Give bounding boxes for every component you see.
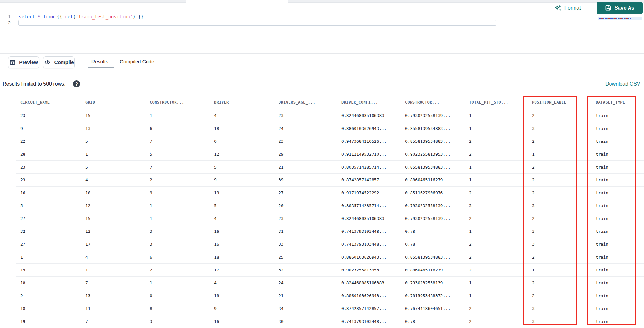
table-cell: train (592, 280, 644, 285)
column-header[interactable]: DRIVER (210, 100, 274, 105)
line-number: 2 (0, 20, 11, 25)
table-cell: 23 (274, 216, 337, 221)
table-cell: 2 (528, 178, 592, 182)
table-cell: 0.7813953488372... (401, 293, 465, 298)
active-tab-underline (88, 67, 114, 68)
table-cell: 4 (210, 216, 274, 221)
table-cell: 31 (274, 229, 337, 234)
table-cell: 0.78 (401, 319, 465, 324)
table-cell: 1 (146, 280, 210, 285)
column-header[interactable]: POSITION_LABEL (528, 100, 592, 105)
column-header[interactable]: DATASET_TYPE (592, 100, 644, 105)
table-cell: 2 (465, 268, 528, 272)
compile-button[interactable]: Compile (43, 56, 75, 68)
table-cell: 0.9171974522292... (337, 190, 401, 195)
table-cell: 2 (528, 216, 592, 221)
column-header[interactable]: GRID (81, 100, 146, 105)
code-token (35, 14, 38, 19)
table-cell: 21 (274, 293, 337, 298)
download-csv-link[interactable]: Download CSV (605, 81, 640, 87)
table-row: 271514230.8244680851063830.7930232558139… (16, 212, 644, 225)
floppy-disk-icon (605, 5, 611, 11)
table-cell: 11 (81, 306, 146, 311)
table-cell: 0.7413793103448... (337, 229, 401, 234)
table-cell: 1 (465, 178, 528, 182)
table-cell: 23 (16, 178, 81, 182)
table-cell: 2 (528, 113, 592, 118)
table-cell: 5 (81, 139, 146, 144)
column-header[interactable]: DRIVERS_AGE_... (274, 100, 337, 105)
table-cell: 5 (81, 165, 146, 169)
column-header[interactable]: CONSTRUCTOR... (146, 100, 210, 105)
code-token: 'train_test_position' (76, 14, 133, 19)
table-cell: 30 (274, 319, 337, 324)
table-cell: 5 (146, 152, 210, 157)
table-cell: 1 (465, 229, 528, 234)
table-cell: 0.8558139534883... (401, 139, 465, 144)
table-cell: train (592, 319, 644, 324)
table-cell: train (592, 126, 644, 131)
table-cell: 20 (274, 203, 337, 208)
column-header[interactable]: CIRCUIT_NAME (16, 100, 81, 105)
active-line-highlight[interactable] (18, 20, 496, 26)
active-file-tab[interactable] (186, 0, 288, 3)
editor-line[interactable]: 1select * from {{ ref('train_test_positi… (0, 14, 644, 20)
table-cell: 18 (16, 306, 81, 311)
table-cell: 16 (210, 229, 274, 234)
table-cell: 15 (81, 113, 146, 118)
code-token: ) (133, 14, 135, 19)
table-cell: 9 (210, 178, 274, 182)
tab-compiled-code[interactable]: Compiled Code (120, 53, 154, 70)
table-cell: 0.9473684210526... (337, 139, 401, 144)
table-cell: 0.78 (401, 242, 465, 247)
table-cell: 13 (81, 126, 146, 131)
table-cell: 18 (210, 293, 274, 298)
code-line[interactable]: select * from {{ ref('train_test_positio… (19, 14, 144, 19)
table-cell: train (592, 229, 644, 234)
code-token: ref (65, 14, 73, 19)
table-cell: 19 (16, 319, 81, 324)
divider (0, 70, 644, 70)
table-cell: 0.8742857142857... (337, 306, 401, 311)
table-cell: 0.8558139534883... (401, 126, 465, 131)
save-as-button[interactable]: Save As (597, 2, 643, 14)
table-row: 22570230.9473684210526...0.8558139534883… (16, 135, 644, 148)
table-cell: 13 (81, 293, 146, 298)
table-cell: 2 (528, 255, 592, 260)
table-cell: 0.824468085106383 (337, 280, 401, 285)
table-cell: 4 (210, 113, 274, 118)
table-cell: train (592, 293, 644, 298)
table-cell: 24 (274, 126, 337, 131)
table-cell: 3 (528, 306, 592, 311)
table-cell: 18 (210, 255, 274, 260)
help-icon[interactable]: ? (73, 80, 80, 87)
table-cell: 1 (465, 165, 528, 169)
format-button[interactable]: Format (554, 3, 581, 13)
preview-button[interactable]: Preview (8, 56, 39, 68)
code-token: from (43, 14, 54, 19)
table-cell: 34 (274, 306, 337, 311)
table-cell: 32 (16, 229, 81, 234)
table-cell: 15 (81, 216, 146, 221)
table-cell: 2 (528, 190, 592, 195)
table-header-row: CIRCUIT_NAMEGRIDCONSTRUCTOR...DRIVERDRIV… (16, 95, 644, 109)
table-cell: 0.7930232558139... (401, 216, 465, 221)
table-cell: 3 (146, 229, 210, 234)
table-cell: 23 (274, 139, 337, 144)
table-cell: 0.7930232558139... (401, 113, 465, 118)
table-row: 913618240.8860103626943...0.855813953488… (16, 122, 644, 135)
table-cell: 12 (210, 152, 274, 157)
table-cell: train (592, 139, 644, 144)
column-header[interactable]: CONSTRUCTOR... (401, 100, 465, 105)
table-cell: train (592, 216, 644, 221)
preview-label: Preview (19, 59, 38, 65)
table-cell: 19 (16, 268, 81, 272)
table-cell: 0.8860103626943... (337, 126, 401, 131)
tab-compiled-code-label: Compiled Code (120, 59, 154, 65)
column-header[interactable]: DRIVER_CONFI... (337, 100, 401, 105)
tab-results-label: Results (91, 59, 108, 65)
column-header[interactable]: TOTAL_PIT_STO... (465, 100, 528, 105)
table-cell: 3 (528, 203, 592, 208)
table-cell: train (592, 190, 644, 195)
results-table: CIRCUIT_NAMEGRIDCONSTRUCTOR...DRIVERDRIV… (0, 95, 644, 328)
